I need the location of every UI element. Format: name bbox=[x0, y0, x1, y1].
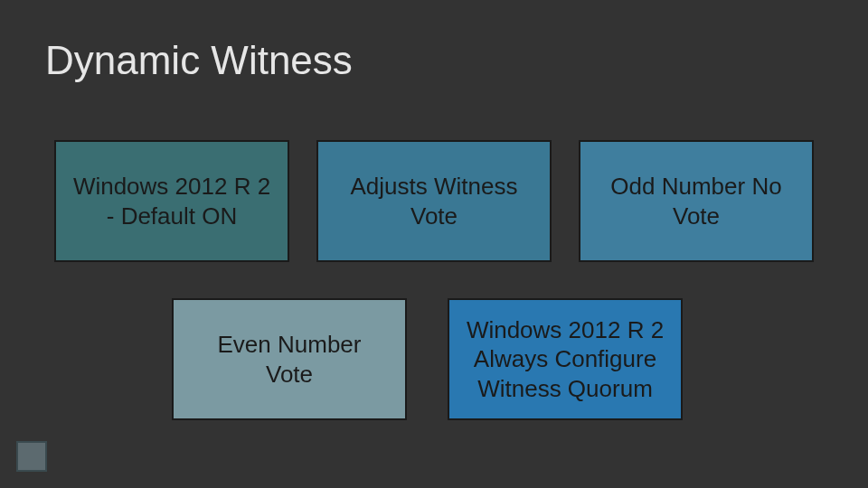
box-line: - Default ON bbox=[107, 202, 238, 231]
box-odd-number-no-vote: Odd Number No Vote bbox=[579, 140, 814, 262]
box-even-number-vote: Even Number Vote bbox=[172, 298, 407, 420]
box-line: Windows 2012 R 2 bbox=[467, 315, 664, 345]
box-line: Vote bbox=[410, 202, 458, 231]
box-line: Vote bbox=[673, 202, 720, 231]
box-always-configure-witness-quorum: Windows 2012 R 2 Always Configure Witnes… bbox=[448, 298, 683, 420]
box-line: Odd Number No bbox=[610, 172, 781, 202]
box-line: Always Configure bbox=[474, 344, 656, 374]
box-adjusts-witness-vote: Adjusts Witness Vote bbox=[316, 140, 552, 262]
box-windows-default-on: Windows 2012 R 2 - Default ON bbox=[54, 140, 289, 262]
box-line: Windows 2012 R 2 bbox=[73, 172, 270, 202]
box-line: Witness Quorum bbox=[477, 374, 653, 404]
slide-title: Dynamic Witness bbox=[45, 38, 353, 83]
box-line: Vote bbox=[266, 360, 313, 389]
logo-icon bbox=[16, 441, 47, 472]
box-line: Even Number bbox=[218, 330, 362, 360]
box-line: Adjusts Witness bbox=[351, 172, 518, 202]
